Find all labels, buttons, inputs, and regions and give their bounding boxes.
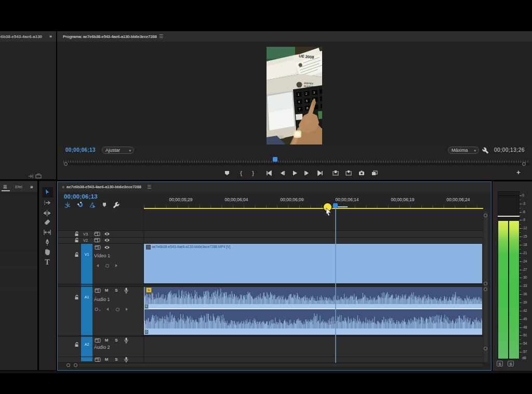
svg-text:{: { <box>240 170 242 176</box>
svg-text:1: 1 <box>298 93 299 96</box>
svg-text:5: 5 <box>306 99 308 102</box>
svg-text:T: T <box>45 258 50 266</box>
svg-text:2: 2 <box>305 92 307 95</box>
svg-text:7: 7 <box>299 108 300 111</box>
svg-text:8: 8 <box>307 107 308 110</box>
svg-text:3: 3 <box>313 91 315 94</box>
svg-text:}: } <box>252 170 254 176</box>
svg-text:4: 4 <box>298 100 300 103</box>
